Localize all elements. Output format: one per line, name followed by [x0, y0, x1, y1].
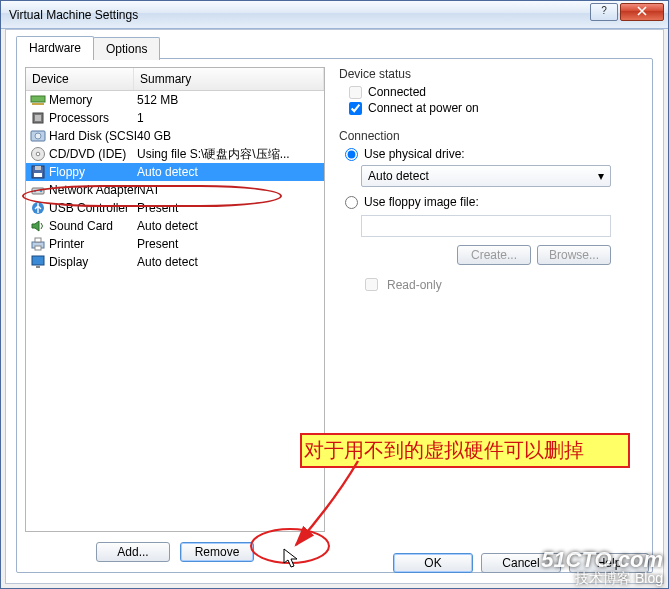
- remove-button[interactable]: Remove: [180, 542, 254, 562]
- device-row-net[interactable]: Network AdapterNAT: [26, 181, 324, 199]
- svg-rect-18: [32, 256, 44, 265]
- device-row-sound[interactable]: Sound CardAuto detect: [26, 217, 324, 235]
- svg-point-12: [34, 190, 36, 192]
- chevron-down-icon: ▾: [598, 169, 604, 183]
- add-button[interactable]: Add...: [96, 542, 170, 562]
- device-name: Display: [49, 255, 137, 269]
- usb-icon: [30, 200, 46, 216]
- physical-drive-dropdown[interactable]: Auto detect ▾: [361, 165, 611, 187]
- use-image-radio[interactable]: Use floppy image file:: [345, 195, 644, 209]
- tab-page-hardware: Device Summary Memory512 MBProcessors1Ha…: [16, 58, 653, 573]
- connection-title: Connection: [339, 129, 644, 143]
- tab-strip: Hardware Options: [16, 36, 159, 59]
- svg-rect-3: [35, 115, 41, 121]
- help-title-button[interactable]: ?: [590, 3, 618, 21]
- device-name: CD/DVD (IDE): [49, 147, 137, 161]
- device-name: Printer: [49, 237, 137, 251]
- watermark-main: 51CTO.com: [541, 551, 663, 569]
- dialog-client: Hardware Options Device Summary Memory51…: [5, 29, 664, 584]
- left-panel: Device Summary Memory512 MBProcessors1Ha…: [25, 67, 325, 532]
- svg-point-7: [36, 152, 40, 156]
- device-name: Memory: [49, 93, 137, 107]
- physical-drive-value: Auto detect: [368, 169, 429, 183]
- device-status-group: Device status Connected Connect at power…: [339, 67, 644, 115]
- svg-rect-10: [34, 173, 42, 177]
- svg-rect-0: [31, 96, 45, 102]
- floppy-icon: [30, 164, 46, 180]
- watermark: 51CTO.com 技术博客 Blog: [541, 551, 663, 587]
- device-summary: 512 MB: [137, 93, 322, 107]
- svg-point-13: [40, 190, 42, 192]
- device-summary: Using file S:\硬盘内容\压缩...: [137, 146, 322, 163]
- tab-hardware[interactable]: Hardware: [16, 36, 94, 59]
- create-button[interactable]: Create...: [457, 245, 531, 265]
- titlebar: Virtual Machine Settings ?: [1, 1, 668, 29]
- connected-input[interactable]: [349, 86, 362, 99]
- device-name: Processors: [49, 111, 137, 125]
- svg-rect-17: [35, 246, 41, 250]
- device-status-title: Device status: [339, 67, 644, 81]
- device-name: USB Controller: [49, 201, 137, 215]
- svg-rect-1: [32, 103, 44, 105]
- svg-rect-11: [32, 188, 44, 194]
- connection-group: Connection Use physical drive: Auto dete…: [339, 129, 644, 294]
- list-header: Device Summary: [26, 68, 324, 91]
- image-path-input[interactable]: [361, 215, 611, 237]
- svg-point-5: [35, 133, 41, 139]
- device-summary: Present: [137, 201, 322, 215]
- col-header-device[interactable]: Device: [26, 68, 134, 90]
- device-name: Hard Disk (SCSI): [49, 129, 137, 143]
- device-summary: Auto detect: [137, 219, 322, 233]
- vm-settings-window: Virtual Machine Settings ? Hardware Opti…: [0, 0, 669, 589]
- device-row-cpu[interactable]: Processors1: [26, 109, 324, 127]
- device-row-floppy[interactable]: FloppyAuto detect: [26, 163, 324, 181]
- device-name: Floppy: [49, 165, 137, 179]
- annotation-callout: 对于用不到的虚拟硬件可以删掉: [300, 433, 630, 468]
- browse-button[interactable]: Browse...: [537, 245, 611, 265]
- title-buttons: ?: [590, 3, 664, 21]
- device-name: Network Adapter: [49, 183, 137, 197]
- device-summary: 40 GB: [137, 129, 322, 143]
- cpu-icon: [30, 110, 46, 126]
- svg-rect-9: [35, 166, 41, 170]
- use-image-input[interactable]: [345, 196, 358, 209]
- sound-icon: [30, 218, 46, 234]
- device-row-printer[interactable]: PrinterPresent: [26, 235, 324, 253]
- connected-checkbox[interactable]: Connected: [349, 85, 644, 99]
- svg-rect-16: [35, 238, 41, 242]
- tab-options[interactable]: Options: [93, 37, 160, 60]
- connect-power-checkbox[interactable]: Connect at power on: [349, 101, 644, 115]
- device-row-display[interactable]: DisplayAuto detect: [26, 253, 324, 271]
- svg-rect-19: [36, 266, 40, 268]
- device-row-hdd[interactable]: Hard Disk (SCSI)40 GB: [26, 127, 324, 145]
- printer-icon: [30, 236, 46, 252]
- device-summary: Auto detect: [137, 255, 322, 269]
- display-icon: [30, 254, 46, 270]
- device-row-usb[interactable]: USB ControllerPresent: [26, 199, 324, 217]
- readonly-checkbox[interactable]: Read-only: [361, 275, 644, 294]
- image-buttons: Create... Browse...: [361, 245, 611, 265]
- device-name: Sound Card: [49, 219, 137, 233]
- device-summary: 1: [137, 111, 322, 125]
- left-panel-buttons: Add... Remove: [25, 542, 325, 562]
- device-row-memory[interactable]: Memory512 MB: [26, 91, 324, 109]
- device-row-cd[interactable]: CD/DVD (IDE)Using file S:\硬盘内容\压缩...: [26, 145, 324, 163]
- readonly-input[interactable]: [365, 278, 378, 291]
- col-header-summary[interactable]: Summary: [134, 68, 324, 90]
- cd-icon: [30, 146, 46, 162]
- use-physical-input[interactable]: [345, 148, 358, 161]
- device-list[interactable]: Device Summary Memory512 MBProcessors1Ha…: [25, 67, 325, 532]
- use-physical-radio[interactable]: Use physical drive:: [345, 147, 644, 161]
- memory-icon: [30, 92, 46, 108]
- hdd-icon: [30, 128, 46, 144]
- device-summary: Auto detect: [137, 165, 322, 179]
- ok-button[interactable]: OK: [393, 553, 473, 573]
- connect-power-input[interactable]: [349, 102, 362, 115]
- net-icon: [30, 182, 46, 198]
- device-summary: NAT: [137, 183, 322, 197]
- device-summary: Present: [137, 237, 322, 251]
- window-title: Virtual Machine Settings: [9, 8, 138, 22]
- close-title-button[interactable]: [620, 3, 664, 21]
